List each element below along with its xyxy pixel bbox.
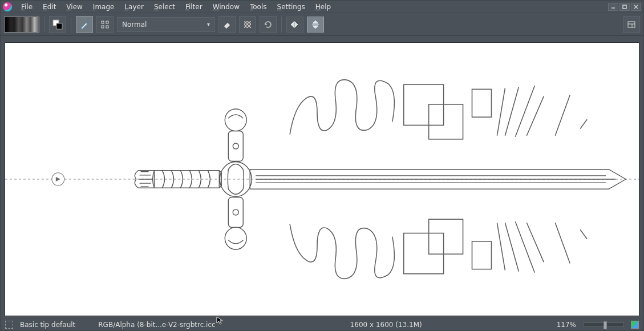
window-controls (608, 3, 641, 11)
menu-layer[interactable]: Layer (120, 2, 148, 12)
fg-bg-swatch-button[interactable] (49, 16, 66, 33)
status-dimensions: 1600 x 1600 (13.1M) (350, 321, 422, 329)
svg-rect-7 (102, 21, 104, 23)
minimize-button[interactable] (608, 3, 618, 11)
svg-point-28 (233, 209, 238, 215)
close-button[interactable] (631, 3, 641, 11)
app-icon (3, 2, 12, 11)
svg-rect-8 (106, 21, 108, 23)
svg-rect-36 (429, 219, 463, 254)
menu-view[interactable]: View (62, 2, 87, 12)
svg-point-27 (233, 143, 238, 149)
svg-rect-33 (429, 104, 463, 139)
status-colorspace: RGB/Alpha (8-bit...e-V2-srgbtrc.icc (98, 321, 215, 329)
svg-rect-1 (623, 5, 626, 9)
brush-edit-button[interactable] (76, 16, 93, 33)
grid-options-button[interactable] (96, 16, 114, 33)
svg-point-29 (225, 109, 246, 131)
app-window: File Edit View Image Layer Select Filter… (0, 0, 644, 331)
menu-settings[interactable]: Settings (273, 2, 310, 12)
menu-filter[interactable]: Filter (181, 2, 207, 12)
canvas-viewport (1, 36, 643, 318)
svg-point-6 (86, 21, 88, 23)
eraser-button[interactable] (218, 16, 236, 33)
svg-rect-10 (106, 26, 108, 28)
menu-file[interactable]: File (17, 2, 37, 12)
gradient-preview[interactable] (4, 17, 39, 33)
menu-edit[interactable]: Edit (38, 2, 60, 12)
menubar: File Edit View Image Layer Select Filter… (1, 1, 643, 13)
separator (44, 17, 44, 33)
svg-rect-35 (404, 233, 444, 274)
svg-rect-25 (228, 131, 243, 162)
chevron-down-icon: ▾ (207, 21, 210, 27)
separator (71, 17, 71, 33)
svg-rect-9 (102, 26, 104, 28)
mirror-vertical-button[interactable] (307, 17, 324, 33)
workspace-chooser-button[interactable] (623, 16, 640, 33)
svg-rect-26 (228, 197, 243, 228)
toolbar: Normal ▾ (1, 13, 643, 36)
mirror-horizontal-button[interactable] (286, 17, 303, 33)
svg-rect-37 (472, 241, 492, 269)
maximize-button[interactable] (619, 3, 630, 11)
status-brush: Basic tip default (20, 321, 75, 329)
svg-rect-16 (628, 22, 635, 27)
menu-help[interactable]: Help (311, 2, 335, 12)
menu-select[interactable]: Select (149, 2, 180, 12)
blendmode-label: Normal (122, 21, 147, 29)
svg-rect-5 (56, 23, 62, 29)
zoom-slider[interactable] (583, 322, 624, 327)
statusbar: Basic tip default RGB/Alpha (8-bit...e-V… (1, 318, 643, 330)
alphalock-button[interactable] (239, 16, 256, 33)
canvas[interactable] (5, 43, 639, 316)
separator (281, 17, 282, 33)
selection-indicator-icon (5, 321, 13, 329)
svg-rect-34 (472, 89, 492, 117)
blendmode-select[interactable]: Normal ▾ (117, 17, 215, 32)
zoom-thumb[interactable] (604, 321, 607, 329)
menu-image[interactable]: Image (88, 2, 119, 12)
canvas-rotation-icon[interactable] (631, 321, 639, 329)
svg-point-30 (225, 227, 246, 249)
reload-button[interactable] (260, 16, 277, 33)
menu-window[interactable]: Window (208, 2, 244, 12)
svg-rect-11 (244, 21, 251, 28)
menu-tools[interactable]: Tools (245, 2, 272, 12)
svg-rect-32 (404, 84, 444, 125)
status-zoom: 117% (557, 321, 576, 329)
